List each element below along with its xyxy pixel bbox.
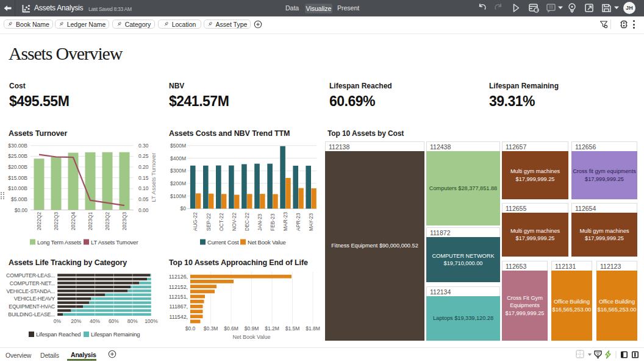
svg-text:$0.3M: $0.3M xyxy=(204,325,218,332)
svg-text:$0.00: $0.00 xyxy=(15,207,28,213)
svg-text:NOV-22: NOV-22 xyxy=(231,212,237,231)
svg-text:$20.00B: $20.00B xyxy=(8,164,27,170)
svg-text:80%: 80% xyxy=(127,318,138,324)
svg-text:$200M: $200M xyxy=(170,180,186,186)
svg-text:$1.5M: $1.5M xyxy=(285,325,300,332)
svg-text:$30.00B: $30.00B xyxy=(8,143,27,149)
svg-text:2023Q1: 2023Q1 xyxy=(87,211,93,230)
svg-text:40%: 40% xyxy=(90,318,100,324)
svg-text:2022Q2: 2022Q2 xyxy=(36,211,42,230)
svg-text:EQUIPMENT-HVAC: EQUIPMENT-HVAC xyxy=(9,303,55,310)
svg-text:VEHICLE-HEAVY: VEHICLE-HEAVY xyxy=(14,296,55,302)
svg-text:$0.6M: $0.6M xyxy=(224,325,238,332)
svg-text:2022Q3: 2022Q3 xyxy=(53,211,59,230)
svg-text:$25.00B: $25.00B xyxy=(8,153,27,159)
svg-text:$0: $0 xyxy=(181,205,187,211)
svg-text:JAN-23: JAN-23 xyxy=(257,213,263,231)
svg-text:BUILDING-LEASE...: BUILDING-LEASE... xyxy=(8,311,55,318)
svg-text:0%: 0% xyxy=(54,318,62,324)
svg-text:$15.00B: $15.00B xyxy=(8,175,27,181)
svg-text:$5.00B: $5.00B xyxy=(11,196,27,202)
svg-text:100%: 100% xyxy=(145,318,158,324)
svg-text:60%: 60% xyxy=(109,318,119,324)
svg-text:112151,: 112151, xyxy=(169,294,188,300)
svg-text:0.00: 0.00 xyxy=(138,207,149,213)
svg-text:20%: 20% xyxy=(71,318,81,324)
svg-text:$10.00B: $10.00B xyxy=(8,185,27,191)
svg-text:112152,: 112152, xyxy=(169,284,188,290)
svg-text:DEC-22: DEC-22 xyxy=(244,212,250,231)
svg-text:COMPUTER-NET...: COMPUTER-NET... xyxy=(10,280,55,286)
svg-text:0.10: 0.10 xyxy=(138,185,149,191)
svg-text:$0.9M: $0.9M xyxy=(245,325,259,332)
svg-text:LT Assets Turnover: LT Assets Turnover xyxy=(150,153,157,202)
svg-text:$1.8M: $1.8M xyxy=(306,325,320,332)
svg-text:$1.2M: $1.2M xyxy=(265,325,279,332)
svg-text:0.15: 0.15 xyxy=(138,175,149,181)
svg-text:$400M: $400M xyxy=(170,155,186,161)
svg-text:MAY-23: MAY-23 xyxy=(308,213,314,231)
svg-text:COMPUTER-LEAS...: COMPUTER-LEAS... xyxy=(6,272,55,279)
svg-text:2023Q2: 2023Q2 xyxy=(104,211,110,230)
svg-text:Net Book Value: Net Book Value xyxy=(233,334,271,340)
svg-text:Long Term Assets: Long Term Assets xyxy=(37,239,82,246)
svg-text:FEB-23: FEB-23 xyxy=(270,213,276,231)
svg-text:0.30: 0.30 xyxy=(138,143,149,149)
svg-text:MAR-23: MAR-23 xyxy=(282,212,288,231)
svg-text:$300M: $300M xyxy=(170,168,186,174)
svg-text:0.05: 0.05 xyxy=(138,196,149,202)
svg-text:$0.0: $0.0 xyxy=(185,325,196,332)
svg-text:111542,: 111542, xyxy=(170,314,188,320)
svg-text:$100M: $100M xyxy=(170,193,186,199)
svg-text:VEHICLE-STANDA...: VEHICLE-STANDA... xyxy=(6,288,55,294)
svg-text:Net Book Value: Net Book Value xyxy=(248,239,286,246)
svg-text:2023Q3: 2023Q3 xyxy=(121,211,127,230)
svg-text:2022Q4: 2022Q4 xyxy=(70,211,76,230)
svg-text:LT Assets Turnover: LT Assets Turnover xyxy=(91,239,138,246)
svg-text:APR-23: APR-23 xyxy=(295,213,301,231)
svg-text:Lifespan Remaining: Lifespan Remaining xyxy=(91,331,140,338)
svg-text:0.25: 0.25 xyxy=(138,153,149,159)
svg-text:Lifespan Reached: Lifespan Reached xyxy=(36,331,80,338)
svg-text:0.20: 0.20 xyxy=(138,164,149,170)
svg-text:SEP-22: SEP-22 xyxy=(206,213,212,231)
svg-text:Current Cost: Current Cost xyxy=(207,239,239,246)
svg-text:AUG-22: AUG-22 xyxy=(192,212,198,231)
svg-text:111867,: 111867, xyxy=(170,303,188,310)
svg-text:OCT-22: OCT-22 xyxy=(218,213,224,231)
svg-text:112126,: 112126, xyxy=(169,274,188,280)
svg-text:$500M: $500M xyxy=(170,143,186,149)
